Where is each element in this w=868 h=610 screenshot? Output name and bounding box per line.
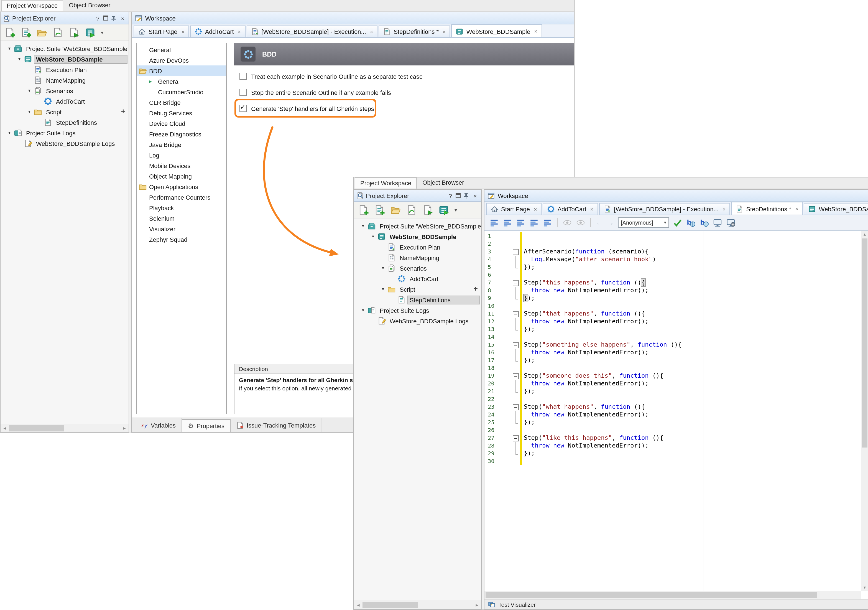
tree-item-scenarios[interactable]: ▾Scenarios — [354, 263, 481, 273]
editor-tab-webstore-bddsample[interactable]: WebStore_BDDSample× — [451, 25, 542, 38]
run-on-device-button[interactable] — [713, 218, 722, 227]
code-line[interactable]: 9}); — [484, 295, 861, 302]
show-visualizer-frames-button[interactable] — [563, 218, 572, 227]
code-line[interactable]: 21}); — [484, 388, 861, 396]
code-line[interactable]: 25}); — [484, 419, 861, 427]
code-line[interactable]: 19Step("someone does this", function (){ — [484, 372, 861, 380]
checkbox-unchecked[interactable] — [239, 73, 246, 80]
indent-lines-button[interactable] — [516, 218, 525, 227]
close-tab-icon[interactable]: × — [534, 28, 538, 34]
close-tab-icon[interactable]: × — [181, 29, 184, 35]
help-button[interactable]: ? — [94, 15, 101, 21]
option-row-stop-the-entire-scenario-outline-if-[interactable]: Stop the entire Scenario Outline if any … — [234, 84, 574, 100]
fold-toggle-icon[interactable] — [512, 403, 520, 411]
horizontal-scrollbar[interactable]: ◂ ▸ — [0, 424, 129, 432]
code-line[interactable]: 3AfterScenario(function (scenario){ — [484, 248, 861, 256]
syntax-check-button[interactable] — [673, 218, 682, 227]
code-line[interactable]: 7Step("this happens", function (){ — [484, 279, 861, 287]
scrollbar-thumb[interactable] — [862, 239, 868, 447]
tree-item-webstore-bddsample-logs[interactable]: WebStore_BDDSample Logs — [354, 315, 481, 326]
expander-icon[interactable]: ▾ — [378, 287, 388, 292]
editor-tab-webstore-bddsample-execution[interactable]: [WebStore_BDDSample] - Execution...× — [599, 203, 730, 214]
top-tab-object-browser[interactable]: Object Browser — [417, 177, 469, 189]
code-line[interactable]: 15Step("something else happens", functio… — [484, 341, 861, 349]
expander-icon[interactable]: ▾ — [369, 234, 377, 239]
fold-toggle-icon[interactable] — [512, 341, 520, 349]
code-line[interactable]: 22 — [484, 396, 861, 403]
code-line[interactable]: 28 throw new NotImplementedError(); — [484, 442, 861, 450]
run-remote-button[interactable] — [726, 218, 736, 227]
code-line[interactable]: 2 — [484, 240, 861, 248]
function-list-dropdown[interactable]: [Anonymous] ▾ — [618, 217, 669, 228]
fold-toggle-icon[interactable] — [512, 310, 520, 318]
close-panel-button[interactable]: × — [119, 15, 126, 21]
option-row-generate-step-handlers-for-all-gherk[interactable]: ✓Generate 'Step' handlers for all Gherki… — [234, 100, 574, 116]
tree-item-webstore-bddsample[interactable]: ▾WebStore_BDDSample — [354, 231, 481, 242]
editor-tab-stepdefinitions[interactable]: StepDefinitions *× — [378, 25, 450, 37]
close-tab-icon[interactable]: × — [590, 206, 594, 212]
run-focused-item-button[interactable] — [69, 27, 79, 38]
code-line[interactable]: 10 — [484, 302, 861, 310]
settings-nav-object-mapping[interactable]: Object Mapping — [137, 171, 226, 182]
code-line[interactable]: 26 — [484, 427, 861, 434]
top-tab-object-browser[interactable]: Object Browser — [64, 0, 115, 11]
code-line[interactable]: 27Step("like this happens", function (){ — [484, 434, 861, 442]
bottom-tab-variables[interactable]: Variables — [135, 418, 182, 432]
expander-icon[interactable]: ▾ — [5, 130, 14, 135]
tree-item-execution-plan[interactable]: Execution Plan — [0, 64, 129, 75]
expander-icon[interactable]: ▾ — [359, 308, 367, 313]
code-line[interactable]: 17}); — [484, 357, 861, 364]
settings-nav-performance-counters[interactable]: Performance Counters — [137, 192, 226, 202]
comment-block-button[interactable] — [490, 218, 499, 227]
tree-item-execution-plan[interactable]: Execution Plan — [354, 242, 481, 252]
help-button[interactable]: ? — [447, 192, 454, 199]
checkbox-unchecked[interactable] — [239, 89, 246, 96]
expander-icon[interactable]: ▾ — [5, 46, 14, 51]
open-item-button[interactable] — [37, 27, 47, 38]
fold-toggle-icon[interactable] — [512, 372, 520, 380]
uncomment-block-button[interactable] — [503, 218, 512, 227]
tree-item-namemapping[interactable]: NameMapping — [354, 252, 481, 263]
toolbar-overflow-icon[interactable]: ▾ — [101, 29, 103, 35]
add-existing-item-button[interactable] — [374, 205, 385, 215]
scroll-up-icon[interactable]: ▴ — [861, 231, 868, 238]
scroll-left-icon[interactable]: ◂ — [0, 424, 9, 433]
code-line[interactable]: 1 — [484, 232, 861, 240]
code-lines[interactable]: 123AfterScenario(function (scenario){4 L… — [484, 232, 861, 465]
top-tab-project-workspace[interactable]: Project Workspace — [1, 0, 63, 11]
option-row-treat-each-example-in-scenario-outli[interactable]: Treat each example in Scenario Outline a… — [234, 68, 574, 84]
code-line[interactable]: 20 throw new NotImplementedError(); — [484, 380, 861, 388]
horizontal-scrollbar[interactable] — [484, 591, 861, 599]
tree-item-project-suite-webstore-bddsample-1-p[interactable]: ▾Project Suite 'WebStore_BDDSample' (1 p — [0, 43, 129, 54]
settings-nav-open-applications[interactable]: Open Applications — [137, 182, 226, 192]
bottom-tab-properties[interactable]: ⚙Properties — [182, 419, 231, 432]
outdent-lines-button[interactable] — [529, 218, 539, 227]
code-line[interactable]: 5}); — [484, 264, 861, 271]
code-editor[interactable]: 123AfterScenario(function (scenario){4 L… — [484, 231, 861, 591]
bottom-tab-issue-tracking-templates[interactable]: Issue-Tracking Templates — [231, 418, 322, 432]
expander-icon[interactable]: ▾ — [359, 224, 367, 228]
add-existing-item-button[interactable] — [20, 27, 31, 38]
scroll-right-icon[interactable]: ▸ — [473, 601, 481, 610]
settings-nav-freeze-diagnostics[interactable]: Freeze Diagnostics — [137, 129, 226, 139]
settings-nav-general[interactable]: ▸General — [137, 76, 226, 87]
settings-nav-log[interactable]: Log — [137, 150, 226, 160]
tree-item-webstore-bddsample[interactable]: ▾WebStore_BDDSample — [0, 54, 129, 64]
toolbar-overflow-icon[interactable]: ▾ — [454, 207, 457, 213]
settings-nav-zephyr-squad[interactable]: Zephyr Squad — [137, 234, 226, 245]
horizontal-scrollbar[interactable]: ◂ ▸ — [354, 601, 481, 609]
code-line[interactable]: 24 throw new NotImplementedError(); — [484, 411, 861, 419]
expander-icon[interactable]: ▾ — [15, 57, 24, 62]
vertical-scrollbar[interactable]: ▴ ▾ — [861, 231, 868, 591]
update-items-button[interactable] — [53, 27, 63, 38]
hide-visualizer-frames-button[interactable] — [576, 218, 585, 227]
code-line[interactable]: 29}); — [484, 450, 861, 458]
settings-nav-cucumberstudio[interactable]: CucumberStudio — [137, 87, 226, 97]
close-panel-button[interactable]: × — [472, 192, 479, 199]
add-new-item-button[interactable] — [5, 27, 15, 38]
code-line[interactable]: 11Step("that happens", function (){ — [484, 310, 861, 318]
editor-tab-webstore-bddsample[interactable]: WebStore_BDDSample× — [804, 203, 868, 214]
expander-icon[interactable]: ▾ — [25, 88, 34, 93]
close-tab-icon[interactable]: × — [795, 206, 798, 212]
expander-icon[interactable]: ▾ — [25, 109, 34, 114]
